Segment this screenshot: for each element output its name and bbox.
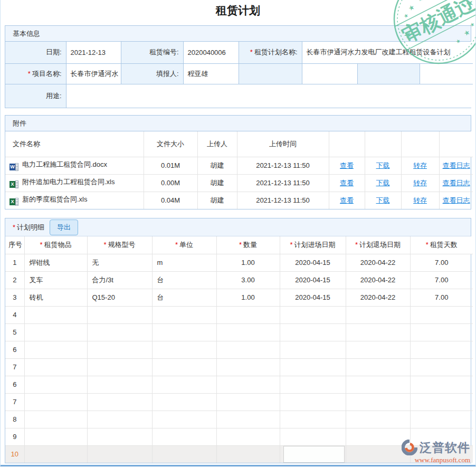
plan-cell-no: 7 [5, 393, 24, 411]
plan-cell-no: 4 [5, 306, 24, 323]
plan-column-header: *数量 [216, 236, 280, 254]
plan-cell-item [24, 323, 87, 341]
file-upload-time: 2021-12-13 11:50 [237, 157, 329, 174]
attachment-row: W电力工程施工租赁合同.docx0.01M胡建2021-12-13 11:50查… [5, 157, 473, 174]
transfer-link[interactable]: 转存 [413, 161, 427, 169]
required-asterisk: * [28, 70, 31, 78]
view-log-link[interactable]: 查看日志 [443, 161, 470, 169]
download-link[interactable]: 下载 [376, 179, 390, 187]
plan-cell-out_date [346, 358, 410, 376]
date-input[interactable] [283, 446, 345, 463]
file-action-cell: 查看 [329, 174, 365, 192]
view-log-link[interactable]: 查看日志 [443, 179, 470, 187]
plan-cell-spec: Q15-20 [87, 289, 152, 306]
plan-cell-qty [216, 306, 280, 323]
plan-cell-item [24, 358, 87, 376]
file-action-cell: 查看日志 [439, 174, 473, 192]
field-label [239, 63, 302, 84]
plan-cell-in_date [280, 323, 346, 341]
field-label: *项目名称: [5, 63, 66, 84]
plan-cell-qty [216, 376, 280, 393]
page: 租赁计划 审核通过 ★ ★ ★ ★ ★ ★ ★ ★ [0, 0, 476, 467]
plan-cell-no: 9 [5, 428, 24, 445]
plan-cell-no: 6 [5, 341, 24, 358]
file-name: 电力工程施工租赁合同.docx [22, 160, 107, 168]
transfer-link[interactable]: 转存 [413, 196, 427, 204]
plan-cell-out_date: 2020-04-22 [346, 289, 410, 306]
plan-cell-no: 7 [5, 358, 24, 376]
plan-cell-unit [152, 323, 216, 341]
plan-cell-qty [216, 393, 280, 411]
attachments-column-header [329, 131, 365, 157]
excel-file-icon: X [9, 180, 18, 188]
plan-cell-in_date: 2020-04-15 [280, 254, 346, 271]
attachments-header-row: 文件名称文件大小上传人上传时间 [5, 131, 473, 157]
field-value [66, 84, 473, 108]
plan-cell-item [24, 393, 87, 411]
plan-row: 3砖机Q15-20台1.002020-04-152020-04-227.00 [5, 289, 473, 306]
plan-cell-qty: 3.00 [216, 271, 280, 289]
plan-cell-out_date [346, 428, 410, 445]
attachment-row: X附件追加电力工程租赁合同.xls0.00M胡建2021-12-13 11:50… [5, 174, 473, 192]
plan-cell-in_date: 2020-04-15 [280, 289, 346, 306]
file-action-cell: 查看 [329, 157, 365, 174]
plan-row: 4 [5, 306, 473, 323]
required-asterisk: * [175, 241, 178, 249]
plan-cell-spec: 无 [87, 254, 152, 271]
plan-cell-days [410, 306, 473, 323]
plan-cell-spec [87, 428, 152, 445]
field-value: 长春市伊通河水 [66, 63, 121, 84]
plan-column-header: *租赁物品 [24, 236, 87, 254]
plan-cell-in_date [280, 358, 346, 376]
plan-cell-unit: 台 [152, 271, 216, 289]
plan-cell-spec [87, 445, 152, 463]
attachments-section: 附件 文件名称文件大小上传人上传时间 W电力工程施工租赁合同.docx0.01M… [5, 115, 471, 209]
transfer-link[interactable]: 转存 [413, 179, 427, 187]
vendor-website: www.fanpusoft.com [415, 456, 470, 463]
plan-row: 6 [5, 341, 473, 358]
file-size: 0.00M [144, 174, 197, 192]
plan-cell-days [410, 393, 473, 411]
attachment-row: X新的季度租赁合同.xls0.04M胡建2021-12-13 11:50查看下载… [5, 192, 473, 209]
file-name-cell: W电力工程施工租赁合同.docx [5, 157, 144, 174]
basic-info-row: 日期:2021-12-13租赁编号:2020040006*租赁计划名称:长春市伊… [5, 42, 473, 63]
field-value [302, 63, 357, 84]
download-link[interactable]: 下载 [376, 161, 390, 169]
plan-cell-no: 3 [5, 289, 24, 306]
plan-cell-qty [216, 411, 280, 428]
plan-cell-in_date [280, 341, 346, 358]
view-link[interactable]: 查看 [340, 179, 354, 187]
attachments-table: 文件名称文件大小上传人上传时间 W电力工程施工租赁合同.docx0.01M胡建2… [5, 131, 473, 209]
required-asterisk: * [13, 223, 15, 231]
plan-cell-spec [87, 341, 152, 358]
field-label: 填报人: [121, 63, 183, 84]
plan-cell-spec [87, 306, 152, 323]
plan-cell-item [24, 411, 87, 428]
view-link[interactable]: 查看 [340, 196, 354, 204]
attachments-column-header [439, 131, 473, 157]
view-link[interactable]: 查看 [340, 161, 354, 169]
view-log-link[interactable]: 查看日志 [443, 196, 470, 204]
plan-cell-qty [216, 323, 280, 341]
plan-cell-spec [87, 358, 152, 376]
plan-details-header: *计划明细 导出 [5, 218, 471, 236]
required-asterisk: * [426, 241, 429, 249]
plan-cell-qty: 1.00 [216, 254, 280, 271]
plan-cell-spec [87, 393, 152, 411]
plan-cell-out_date [346, 411, 410, 428]
plan-cell-qty [216, 428, 280, 445]
export-button[interactable]: 导出 [50, 220, 78, 235]
plan-row: 5 [5, 323, 473, 341]
plan-cell-unit [152, 393, 216, 411]
file-uploader: 胡建 [197, 174, 237, 192]
bottom-scroll-bar[interactable] [1, 465, 475, 466]
required-asterisk: * [239, 241, 242, 249]
required-asterisk: * [250, 48, 253, 56]
field-label: 日期: [5, 42, 66, 63]
file-action-cell: 转存 [401, 192, 439, 209]
file-size: 0.01M [144, 157, 197, 174]
field-label: *租赁计划名称: [239, 42, 302, 63]
plan-details-table: 序号*租赁物品*规格型号*单位*数量*计划进场日期*计划退场日期*租赁天数 1焊… [5, 236, 473, 463]
plan-cell-days [410, 358, 473, 376]
download-link[interactable]: 下载 [376, 196, 390, 204]
